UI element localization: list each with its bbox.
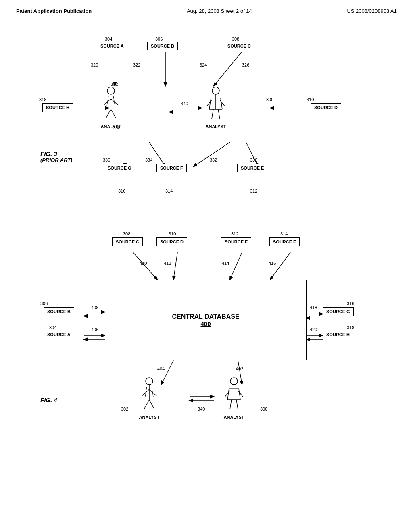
svg-line-59: [225, 391, 230, 397]
ref-338: 338: [113, 125, 120, 130]
ref4-402: 402: [236, 366, 243, 371]
ref4-306: 306: [40, 301, 48, 306]
source-d-fig3: SOURCE D: [311, 103, 341, 112]
source-h-fig3: SOURCE H: [42, 103, 73, 112]
ref-314: 314: [165, 189, 173, 193]
ref4-304: 304: [49, 325, 56, 330]
ref4-314: 314: [280, 231, 288, 236]
header-center: Aug. 28, 2008 Sheet 2 of 14: [187, 8, 252, 14]
ref4-410: 410: [140, 261, 147, 266]
analyst-label-300-fig4: ANALYST: [222, 415, 246, 420]
analyst-label-302-fig4: ANALYST: [137, 415, 161, 420]
page-header: Patent Application Publication Aug. 28, …: [16, 8, 397, 17]
source-e-fig3: SOURCE E: [237, 164, 267, 172]
ref-306: 306: [155, 37, 163, 42]
source-f-fig3: SOURCE F: [156, 164, 187, 172]
page: Patent Application Publication Aug. 28, …: [0, 0, 413, 532]
ref4-318: 318: [347, 325, 354, 330]
svg-line-5: [194, 142, 230, 166]
ref-318: 318: [39, 97, 46, 102]
svg-line-27: [212, 109, 213, 119]
central-database: CENTRAL DATABASE 400: [105, 280, 307, 360]
svg-point-19: [212, 87, 219, 94]
ref-330: 330: [250, 158, 257, 162]
svg-line-15: [106, 109, 111, 118]
ref-322: 322: [133, 62, 140, 67]
svg-line-22: [209, 98, 211, 109]
ref-324: 324: [200, 62, 207, 67]
svg-line-29: [133, 252, 157, 280]
source-f-fig4: SOURCE F: [269, 237, 300, 246]
ref-312: 312: [250, 189, 257, 193]
ref4-414: 414: [222, 261, 229, 266]
analyst-302-fig4: ANALYST: [137, 376, 161, 420]
header-left: Patent Application Publication: [16, 8, 92, 14]
ref4-416: 416: [269, 261, 276, 266]
ref-334: 334: [145, 158, 152, 162]
source-b-fig4: SOURCE B: [44, 307, 74, 316]
ref4-408: 408: [91, 305, 98, 310]
ref-340: 340: [181, 101, 188, 106]
svg-line-23: [221, 98, 222, 109]
ref-332: 332: [210, 158, 217, 162]
svg-point-45: [146, 378, 153, 385]
svg-line-7: [149, 142, 165, 166]
ref-320: 320: [91, 62, 98, 67]
svg-line-4: [246, 142, 258, 166]
header-right: US 2008/0208903 A1: [347, 8, 397, 14]
analyst-300-fig4: ANALYST: [222, 376, 246, 420]
ref4-412: 412: [164, 261, 171, 266]
fig4-label: FIG. 4: [40, 397, 57, 403]
svg-line-50: [149, 400, 154, 409]
ref4-340: 340: [198, 407, 205, 411]
svg-line-26: [220, 100, 225, 106]
svg-point-53: [230, 378, 238, 385]
fig3-diagram: 304 306 308 SOURCE A SOURCE B SOURCE C 3…: [16, 29, 397, 207]
svg-line-2: [214, 52, 242, 86]
source-a-fig4: SOURCE A: [44, 330, 74, 339]
analyst-300-fig3: ANALYST: [204, 86, 228, 129]
source-c-fig3: SOURCE C: [224, 42, 254, 50]
ref4-308: 308: [123, 231, 130, 236]
svg-line-32: [270, 252, 290, 280]
central-db-number: 400: [200, 320, 211, 327]
svg-line-31: [230, 252, 242, 280]
ref-300-fig3: 300: [266, 97, 273, 102]
svg-line-61: [230, 400, 232, 409]
svg-line-49: [144, 400, 149, 409]
svg-line-25: [207, 100, 212, 106]
ref4-302: 302: [121, 407, 128, 411]
ref4-418: 418: [310, 305, 317, 310]
fig4-diagram: 308 310 312 314 SOURCE C SOURCE D SOURCE…: [16, 227, 397, 429]
ref-304: 304: [105, 37, 112, 42]
svg-line-28: [218, 109, 220, 119]
source-b-fig3: SOURCE B: [147, 42, 178, 50]
section-divider: [16, 219, 397, 219]
svg-line-56: [227, 389, 229, 400]
svg-line-41: [161, 360, 173, 384]
ref-308: 308: [232, 37, 239, 42]
ref4-310: 310: [169, 231, 176, 236]
svg-line-62: [236, 400, 238, 409]
analyst-302-fig3: ANALYST: [99, 86, 123, 129]
svg-line-16: [111, 109, 116, 118]
ref4-316: 316: [347, 301, 354, 306]
ref-310: 310: [307, 97, 314, 102]
source-e-fig4: SOURCE E: [221, 237, 251, 246]
source-c-fig4: SOURCE C: [112, 237, 143, 246]
source-h-fig4: SOURCE H: [323, 330, 353, 339]
ref-326: 326: [242, 62, 249, 67]
central-db-label: CENTRAL DATABASE: [172, 313, 239, 320]
ref4-312: 312: [231, 231, 238, 236]
ref-336: 336: [103, 158, 110, 162]
svg-line-30: [173, 252, 177, 280]
source-d-fig4: SOURCE D: [156, 237, 187, 246]
svg-line-60: [238, 391, 243, 397]
analyst-label-300-fig3: ANALYST: [204, 124, 228, 129]
fig3-label: FIG. 3 (PRIOR ART): [40, 150, 72, 163]
svg-point-11: [107, 87, 115, 94]
svg-line-57: [239, 389, 240, 400]
ref-316: 316: [118, 189, 125, 193]
ref4-404: 404: [157, 366, 165, 371]
ref4-420: 420: [310, 327, 317, 332]
